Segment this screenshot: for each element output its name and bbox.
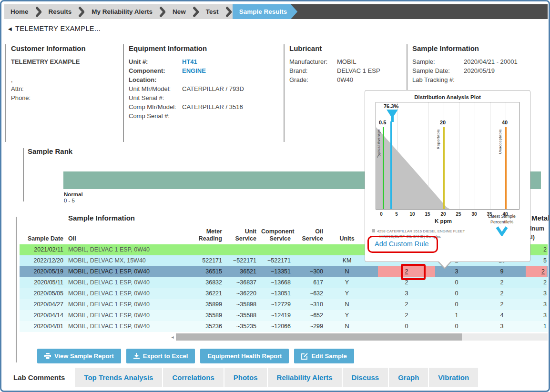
cell-aluminum: 3 bbox=[526, 288, 547, 299]
cell-metal-value: 0 bbox=[440, 288, 473, 299]
cell-potassium: 2 bbox=[378, 277, 435, 288]
table-row[interactable]: 2020/04/27 MOBIL, DELVAC 1 ESP, 0W40 358… bbox=[20, 299, 548, 310]
cell-potassium-alert-link[interactable]: 2 bbox=[378, 266, 435, 277]
cell-units: N bbox=[328, 321, 366, 332]
edit-sample-button[interactable]: Edit Sample bbox=[294, 349, 354, 363]
cell-sample-date: 2020/04/27 bbox=[20, 299, 63, 310]
back-link-label: TELEMETRY EXAMPLE... bbox=[15, 25, 101, 32]
breadcrumb-test[interactable]: Test bbox=[200, 4, 225, 19]
latest-sample-marker-icon bbox=[387, 110, 398, 122]
cell-unit-service: 36521 bbox=[227, 266, 256, 277]
cell-oil-service: ~299 bbox=[295, 321, 323, 332]
bottom-tab-bar: Lab Comments Top Trends Analysis Correla… bbox=[4, 368, 548, 387]
customer-address-line: , bbox=[11, 75, 13, 84]
cell-units: Y bbox=[328, 277, 366, 288]
x-tick: 20 bbox=[438, 211, 449, 217]
breadcrumb-home[interactable]: Home bbox=[4, 4, 35, 19]
breadcrumb-my-reliability-alerts[interactable]: My Reliability Alerts bbox=[85, 4, 159, 19]
cell-aluminum-alert-link[interactable]: 2 bbox=[526, 266, 547, 277]
chevron-right-icon bbox=[192, 4, 200, 19]
cell-metal-value: 4 bbox=[483, 310, 521, 321]
typical-average-value: 0.5 bbox=[379, 120, 386, 125]
scrollbar-track[interactable] bbox=[176, 333, 548, 341]
distribution-plot: 0.5 Typical Average 76.3% 20 Reportable … bbox=[376, 102, 519, 210]
cell-oil: MOBIL, DELVAC 1 ESP, 0W40 bbox=[68, 266, 188, 277]
breadcrumb-sample-results-active[interactable]: Sample Results bbox=[233, 4, 298, 19]
tab-correlations[interactable]: Correlations bbox=[163, 368, 223, 387]
component-link[interactable]: ENGINE bbox=[182, 66, 206, 75]
cell-oil: MOBIL, DELVAC MX, 15W40 bbox=[68, 255, 188, 266]
equipment-health-report-button[interactable]: Equipment Health Report bbox=[200, 349, 289, 363]
tab-top-trends-analysis[interactable]: Top Trends Analysis bbox=[75, 368, 162, 387]
typical-average-label: Typical Average bbox=[377, 129, 381, 158]
table-row[interactable]: 2020/04/01 MOBIL, DELVAC 1 ESP, 0W40 352… bbox=[20, 321, 548, 332]
cyan-down-arrow-icon bbox=[496, 226, 508, 236]
tab-photos[interactable]: Photos bbox=[224, 368, 267, 387]
cell-meter-reading: 35236 bbox=[190, 321, 222, 332]
cell-component-service: ~522171 bbox=[261, 255, 291, 266]
table-row[interactable]: 2020/04/14 MOBIL, DELVAC 1 ESP, 0W40 355… bbox=[20, 310, 548, 321]
comp-mfr-label: Comp Mfr/Model: bbox=[129, 102, 182, 111]
sample-rank-title: Sample Rank bbox=[28, 147, 72, 155]
x-axis-label: K ppm bbox=[429, 218, 458, 224]
lubricant-title: Lubricant bbox=[289, 44, 403, 52]
tab-vibration[interactable]: Vibration bbox=[429, 368, 478, 387]
back-link[interactable]: ◀ TELEMETRY EXAMPLE... bbox=[8, 25, 101, 32]
table-row[interactable]: 2020/05/11 MOBIL, DELVAC 1 ESP, 0W40 368… bbox=[20, 277, 548, 288]
breadcrumb-results[interactable]: Results bbox=[42, 4, 78, 19]
tab-graph[interactable]: Graph bbox=[389, 368, 428, 387]
manufacturer-label: Manufacturer: bbox=[289, 57, 337, 66]
col-header-unit-service: UnitService bbox=[227, 228, 256, 242]
export-to-excel-button[interactable]: Export to Excel bbox=[126, 349, 195, 363]
tab-lab-comments[interactable]: Lab Comments bbox=[4, 368, 74, 387]
popup-tail bbox=[438, 261, 451, 268]
reportable-value: 20 bbox=[440, 120, 446, 125]
equipment-info-panel: Equipment Information Unit #:HT41 Compon… bbox=[123, 44, 280, 142]
cell-oil: MOBIL, DELVAC 1 ESP, 0W40 bbox=[68, 277, 188, 288]
action-button-row: View Sample Report Export to Excel Equip… bbox=[37, 349, 354, 363]
cell-oil: MOBIL, DELVAC 1 ESP, 0W40 bbox=[68, 288, 188, 299]
add-custom-rule-link[interactable]: Add Custom Rule bbox=[375, 240, 429, 248]
cell-aluminum: 3 bbox=[526, 310, 547, 321]
cell-potassium: 2 bbox=[378, 299, 435, 310]
cell-potassium: 2 bbox=[378, 310, 435, 321]
location-label: Location: bbox=[129, 75, 157, 84]
sample-label: Sample: bbox=[412, 57, 464, 66]
lab-tracking-label: Lab Tracking #: bbox=[412, 75, 455, 84]
scroll-left-arrow[interactable]: ◂ bbox=[169, 334, 176, 340]
cell-potassium: 0 bbox=[378, 321, 435, 332]
cell-meter-reading: 36221 bbox=[190, 288, 222, 299]
brand-label: Brand: bbox=[289, 66, 337, 75]
cell-units: KM bbox=[328, 255, 366, 266]
latest-sample-annotation: Latest Sample Percentile% bbox=[476, 213, 528, 237]
comp-serial-label: Comp Serial #: bbox=[129, 111, 170, 121]
sample-rank-segment-label: Normal bbox=[64, 191, 83, 197]
cell-component-service: ~13351 bbox=[261, 266, 291, 277]
reportable-line bbox=[443, 127, 445, 209]
unit-number-link[interactable]: HT41 bbox=[182, 57, 197, 66]
breadcrumb-new[interactable]: New bbox=[166, 4, 192, 19]
cell-unit-service: ~36837 bbox=[227, 277, 256, 288]
grade-value: 0W40 bbox=[337, 75, 353, 84]
grade-label: Grade: bbox=[289, 75, 337, 84]
table-row-selected[interactable]: 2020/05/19 MOBIL, DELVAC 1 ESP, 0W40 365… bbox=[20, 266, 548, 277]
download-icon bbox=[133, 353, 140, 359]
view-sample-report-button[interactable]: View Sample Report bbox=[37, 349, 121, 363]
table-horizontal-scrollbar: ◂ bbox=[169, 333, 548, 341]
cell-metal-value: 3 bbox=[483, 321, 521, 332]
customer-info-panel: Customer Information TELEMETRY EXAMPLE ,… bbox=[5, 44, 120, 142]
table-row[interactable]: 2020/05/05 MOBIL, DELVAC 1 ESP, 0W40 362… bbox=[20, 288, 548, 299]
cell-oil: MOBIL, DELVAC 1 ESP, 0W40 bbox=[68, 321, 188, 332]
cell-metal-value: 0 bbox=[440, 277, 473, 288]
cell-oil-service bbox=[295, 255, 323, 266]
sample-value: 2020/04/21 - 20001 bbox=[464, 57, 518, 66]
cell-meter-reading: 36832 bbox=[190, 277, 222, 288]
tab-reliability-alerts[interactable]: Reliability Alerts bbox=[268, 368, 342, 387]
cell-unit-service: ~522171 bbox=[227, 255, 256, 266]
scrollbar-thumb[interactable] bbox=[176, 333, 462, 341]
cell-unit-service: ~36220 bbox=[227, 288, 256, 299]
cell-oil: MOBIL, DELVAC 1 ESP, 0W40 bbox=[68, 299, 188, 310]
unacceptable-label: Unacceptable bbox=[498, 129, 502, 154]
col-header-oil-service: OilService bbox=[295, 228, 323, 242]
tab-discuss[interactable]: Discuss bbox=[343, 368, 388, 387]
